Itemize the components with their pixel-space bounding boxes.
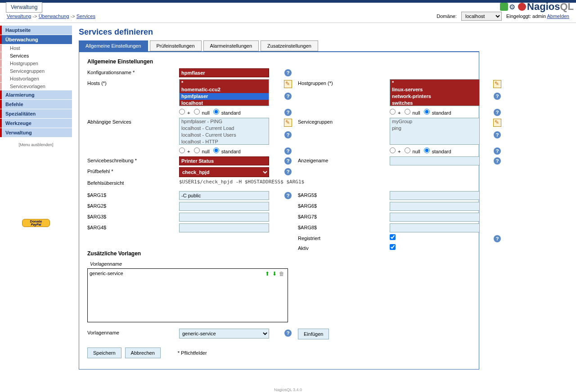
arg3-input[interactable] [179,213,269,222]
tab-pruef[interactable]: Prüfeinstellungen [150,40,202,51]
logout-link[interactable]: Abmelden [547,13,569,19]
help-icon[interactable]: ? [494,93,501,100]
donate-button[interactable]: DonatePayPal [22,219,50,227]
dep-services-multiselect[interactable]: hpmfplaser - PING localhost - Current Lo… [179,118,269,145]
help-icon[interactable]: ? [284,192,292,199]
help-icon[interactable]: ? [284,69,292,76]
sidebar-hostgruppen[interactable]: Hostgruppen [2,60,72,67]
sidebar-spezialitaeten[interactable]: Spezialitäten [2,109,72,118]
lbl-arg8: $ARG8$ [298,223,388,230]
lbl-display-name: Anzeigename [298,156,388,163]
config-name-input[interactable] [179,68,269,77]
help-icon[interactable]: ? [284,93,292,100]
sidebar-servicevorlagen[interactable]: Servicevorlagen [2,83,72,90]
display-name-input[interactable] [390,156,480,165]
hostgroups-multiselect[interactable]: * linux-servers network-printers switche… [390,79,480,106]
tab-allgemeine[interactable]: Allgemeine Einstellungen [79,40,148,51]
help-icon[interactable]: ? [494,131,501,138]
dep-radio[interactable]: + null standard [179,147,278,154]
lbl-arg4: $ARG4$ [87,223,177,230]
service-desc-input[interactable] [179,156,269,165]
bc-ueberwachung[interactable]: Überwachung [39,13,69,19]
trash-icon[interactable]: 🗑 [279,271,285,277]
arg5-input[interactable] [390,191,480,200]
save-button[interactable]: Speichern [87,347,122,358]
help-icon[interactable]: ? [494,157,501,165]
edit-icon[interactable] [284,80,292,88]
check-cmd-select[interactable]: check_hpjd [179,167,269,177]
heartbeat-icon [500,3,508,11]
help-icon[interactable]: ? [284,109,292,116]
lbl-config-name: Konfigurationsname * [87,68,177,75]
bc-verwaltung[interactable]: Verwaltung [7,13,31,19]
help-icon[interactable]: ? [284,168,292,175]
lbl-arg1: $ARG1$ [87,191,177,198]
sidebar-befehle[interactable]: Befehle [2,100,72,109]
edit-icon[interactable] [493,119,501,127]
arrow-up-icon[interactable]: ⬆ [264,271,270,277]
arg1-input[interactable] [179,191,269,200]
help-icon[interactable]: ? [284,157,292,165]
hosts-radio[interactable]: + null standard [179,109,278,116]
domain-select[interactable]: localhost [461,12,502,21]
lbl-cmd-over: Befehlsübersicht [87,179,177,186]
edit-icon[interactable] [284,119,292,127]
insert-button[interactable]: Einfügen [298,329,329,339]
lbl-hosts: Hosts (*) [87,79,177,86]
help-icon[interactable]: ? [494,147,501,155]
active-checkbox[interactable] [390,244,396,250]
logo-text: NagiosQL [527,1,574,13]
arg6-input[interactable] [390,202,480,211]
lbl-arg5: $ARG5$ [298,191,388,198]
sidebar: Hauptseite Überwachung Host Services Hos… [0,23,72,374]
registered-checkbox[interactable] [390,234,396,240]
sidebar-ueberwachung[interactable]: Überwachung [2,35,72,44]
lbl-template-name: Vorlagenname [87,329,177,335]
edit-icon[interactable] [493,80,501,88]
arg8-input[interactable] [390,223,480,232]
page-title: Services definieren [79,27,479,37]
sidebar-alarmierung[interactable]: Alarmierung [2,90,72,99]
lbl-check-cmd: Prüfbefehl * [87,167,177,174]
globe-icon [518,3,526,11]
arg4-input[interactable] [179,223,269,232]
lbl-servicegroups: Servicegruppen [298,118,388,125]
sidebar-verwaltung[interactable]: Verwaltung [2,128,72,137]
help-icon[interactable]: ? [494,235,501,242]
help-icon[interactable]: ? [284,131,292,138]
sidebar-host[interactable]: Host [2,45,72,52]
tab-alarm[interactable]: Alarmeinstellungen [203,40,259,51]
section-title: Allgemeine Einstellungen [87,58,471,65]
sidebar-services[interactable]: Services [2,52,72,59]
domain-label: Domäne: [436,13,457,19]
lbl-registered: Registriert [298,234,388,241]
help-icon[interactable]: ? [284,330,292,337]
template-select[interactable]: generic-service [179,329,269,339]
sidebar-werkzeuge[interactable]: Werkzeuge [2,119,72,128]
sidebar-hauptseite[interactable]: Hauptseite [2,26,72,35]
gear-icon: ⚙ [509,3,517,11]
hosts-multiselect[interactable]: * homematic-ccu2 hpmfplaser localhost [179,79,269,106]
help-icon[interactable]: ? [284,147,292,155]
hostgroups-radio[interactable]: + null standard [390,109,489,116]
lbl-service-desc: Servicebeschreibung * [87,156,177,163]
breadcrumb: Verwaltung -> Überwachung -> Services [7,13,95,19]
arg7-input[interactable] [390,213,480,222]
bc-services[interactable]: Services [76,13,95,19]
help-icon[interactable]: ? [494,109,501,116]
sidebar-hostvorlagen[interactable]: Hostvorlagen [2,75,72,82]
cancel-button[interactable]: Abbrechen [125,347,161,358]
arrow-down-icon[interactable]: ⬇ [271,271,278,277]
lbl-arg3: $ARG3$ [87,213,177,219]
logo-area: ⚙ NagiosQL [500,1,574,13]
footer: NagiosQL 3.4.0 [0,388,576,392]
template-list-box[interactable]: generic-service ⬆ ⬇ 🗑 [87,268,288,322]
menu-hide[interactable]: [Menu ausblenden] [0,143,72,147]
sidebar-servicegruppen[interactable]: Servicegruppen [2,67,72,75]
arg2-input[interactable] [179,202,269,211]
servicegroups-multiselect[interactable]: myGroup ping [390,118,480,145]
lbl-arg7: $ARG7$ [298,213,388,219]
top-tab-verwaltung[interactable]: Verwaltung [6,2,42,13]
sg-radio[interactable]: + null standard [390,147,489,154]
tab-zusatz[interactable]: Zusatzeinstellungen [261,40,318,51]
